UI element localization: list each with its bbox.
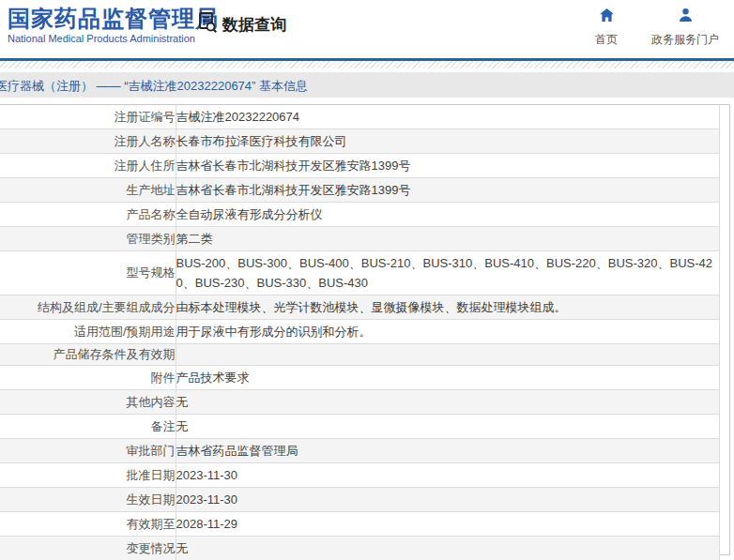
row-label-text: 产品储存条件及有效期 [54, 347, 176, 361]
nav-home[interactable]: 首页 [595, 8, 618, 48]
table-row: 审批部门吉林省药品监督管理局 [0, 439, 720, 463]
row-value: 吉林省药品监督管理局 [176, 439, 720, 463]
row-value: 2023-11-30 [176, 463, 720, 488]
row-label: 审批部门 [0, 439, 176, 463]
breadcrumb-bar: 医疗器械（注册） —— “吉械注准20232220674” 基本信息 [0, 72, 734, 98]
table-row: 其他内容无 [0, 390, 720, 415]
row-label: 管理类别 [0, 227, 176, 251]
row-value: 2023-11-30 [176, 488, 720, 512]
row-value [176, 344, 720, 366]
row-label-text: 注册人名称 [115, 134, 176, 148]
table-row: 生效日期2023-11-30 [0, 488, 720, 512]
row-label-text: 审批部门 [127, 444, 176, 458]
row-label: 适用范围/预期用途 [0, 320, 176, 344]
row-label: 产品名称 [0, 203, 176, 227]
table-row: 有效期至2028-11-29 [0, 512, 720, 537]
home-icon [599, 8, 615, 26]
row-label: 产品储存条件及有效期 [0, 344, 176, 366]
row-label: 结构及组成/主要组成成分 [0, 295, 176, 320]
row-label: 有效期至 [0, 512, 176, 537]
row-label-text: 注册证编号 [115, 110, 176, 124]
table-row: 型号规格BUS-200、BUS-300、BUS-400、BUS-210、BUS-… [0, 251, 720, 295]
table-row: 适用范围/预期用途用于尿液中有形成分的识别和分析。 [0, 320, 720, 344]
nmpa-logo[interactable]: 国家药品监督管理局 National Medical Products Admi… [8, 6, 219, 44]
row-value: 无 [176, 415, 720, 439]
nav-government-portal[interactable]: 政务服务门户 [651, 8, 719, 48]
row-label-text: 适用范围/预期用途 [74, 325, 176, 339]
table-row: 附件产品技术要求 [0, 366, 720, 390]
row-label-text: 变更情况 [127, 541, 176, 555]
data-query-title: 数据查询 [222, 14, 286, 36]
top-nav: 首页 政务服务门户 [595, 8, 719, 48]
table-row: 注册人名称长春市布拉泽医疗科技有限公司 [0, 129, 720, 154]
row-label-text: 生效日期 [127, 492, 176, 507]
row-value: 吉械注准20232220674 [176, 105, 720, 129]
data-query-heading: 数据查询 [197, 11, 286, 38]
table-row: 管理类别第二类 [0, 227, 720, 251]
row-label-text: 管理类别 [127, 232, 176, 246]
row-value: 无 [176, 390, 720, 415]
hatch-stripe [0, 61, 734, 68]
row-label-text: 附件 [151, 371, 176, 385]
row-label: 变更情况 [0, 537, 176, 560]
logo-title: 国家药品监督管理局 [8, 6, 219, 32]
row-value: 产品技术要求 [176, 366, 720, 390]
table-row: 产品储存条件及有效期 [0, 344, 720, 366]
row-value: 由标本处理模块、光学计数池模块、显微摄像模块、数据处理模块组成。 [176, 295, 720, 320]
logo-subtitle: National Medical Products Administration [8, 33, 219, 44]
row-label-text: 型号规格 [127, 265, 176, 280]
row-label: 生效日期 [0, 488, 176, 512]
row-label: 型号规格 [0, 251, 176, 295]
registration-info-panel: 注册证编号吉械注准20232220674注册人名称长春市布拉泽医疗科技有限公司注… [0, 104, 730, 555]
row-value: 用于尿液中有形成分的识别和分析。 [176, 320, 720, 344]
row-value: 吉林省长春市北湖科技开发区雅安路1399号 [176, 154, 720, 178]
row-value: 吉林省长春市北湖科技开发区雅安路1399号 [176, 178, 720, 203]
table-row: 批准日期2023-11-30 [0, 463, 720, 488]
row-label-text: 产品名称 [127, 207, 176, 221]
row-label: 批准日期 [0, 463, 176, 488]
row-label-text: 注册人住所 [115, 159, 176, 173]
row-value: BUS-200、BUS-300、BUS-400、BUS-210、BUS-310、… [176, 251, 720, 295]
row-label: 附件 [0, 366, 176, 390]
row-label: 备注 [0, 415, 176, 439]
row-value: 第二类 [176, 227, 720, 251]
registration-info-table: 注册证编号吉械注准20232220674注册人名称长春市布拉泽医疗科技有限公司注… [0, 105, 720, 560]
header: 国家药品监督管理局 National Medical Products Admi… [0, 0, 734, 58]
row-label-text: 批准日期 [127, 468, 176, 482]
table-row: 注册证编号吉械注准20232220674 [0, 105, 720, 129]
row-label-text: 备注 [151, 419, 176, 433]
row-label-text: 其他内容 [127, 395, 176, 409]
row-label-text: 有效期至 [127, 517, 176, 531]
table-row: 注册人住所吉林省长春市北湖科技开发区雅安路1399号 [0, 154, 720, 178]
table-row: 结构及组成/主要组成成分由标本处理模块、光学计数池模块、显微摄像模块、数据处理模… [0, 295, 720, 320]
row-label: 其他内容 [0, 390, 176, 415]
table-row: 生产地址吉林省长春市北湖科技开发区雅安路1399号 [0, 178, 720, 203]
row-label-text: 生产地址 [127, 183, 176, 197]
row-value: 全自动尿液有形成分分析仪 [176, 203, 720, 227]
row-label: 生产地址 [0, 178, 176, 203]
row-value: 2028-11-29 [176, 512, 720, 537]
row-value: 无 [176, 537, 720, 560]
row-label: 注册人名称 [0, 129, 176, 154]
row-value: 长春市布拉泽医疗科技有限公司 [176, 129, 720, 154]
table-row: 备注无 [0, 415, 720, 439]
person-icon [678, 8, 694, 26]
breadcrumb: 医疗器械（注册） —— “吉械注准20232220674” 基本信息 [0, 73, 308, 98]
row-label: 注册证编号 [0, 105, 176, 129]
table-row: 产品名称全自动尿液有形成分分析仪 [0, 203, 720, 227]
row-label-text: 结构及组成/主要组成成分 [38, 300, 176, 314]
row-label: 注册人住所 [0, 154, 176, 178]
table-row: 变更情况无 [0, 537, 720, 560]
document-search-icon [197, 11, 218, 38]
